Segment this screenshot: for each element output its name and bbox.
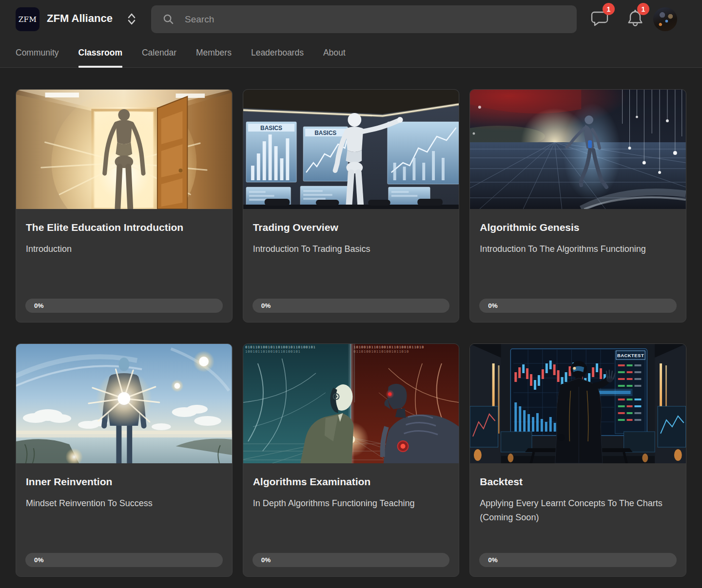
- course-progress-label: 0%: [253, 302, 271, 309]
- course-thumbnail-backtest: BACKTEST: [470, 344, 686, 463]
- svg-text:BASICS: BASICS: [314, 130, 336, 136]
- search-bar: [151, 5, 577, 33]
- svg-text:1010010110100101101001011010: 1010010110100101101001011010: [353, 345, 424, 349]
- main-nav: Community Classroom Calendar Members Lea…: [0, 38, 702, 68]
- svg-text:BACKTEST: BACKTEST: [617, 353, 644, 358]
- course-description: In Depth Algorithms Functioning Teaching: [253, 496, 449, 511]
- course-title: Algorithms Examination: [253, 476, 449, 488]
- search-input[interactable]: [185, 14, 565, 25]
- tab-community[interactable]: Community: [16, 38, 59, 68]
- course-progress-label: 0%: [25, 556, 44, 564]
- tab-about[interactable]: About: [323, 38, 346, 68]
- course-progress-label: 0%: [253, 556, 271, 564]
- course-progress-bar: 0%: [25, 553, 223, 567]
- course-description: Introduction To Trading Basics: [253, 242, 449, 256]
- notification-badge: 1: [637, 3, 649, 15]
- tab-calendar[interactable]: Calendar: [142, 38, 176, 68]
- course-card-trading-overview[interactable]: BASICS BASICS: [243, 89, 460, 322]
- course-description: Applying Every Learnt Concepts To The Ch…: [480, 496, 676, 525]
- course-title: Algorithmic Genesis: [480, 222, 676, 233]
- course-title: Trading Overview: [253, 222, 449, 233]
- classroom-page: ZFM ZFM Alliance 1: [0, 0, 702, 588]
- course-progress-label: 0%: [479, 556, 498, 564]
- svg-text:BASICS: BASICS: [260, 125, 282, 132]
- course-thumbnail-inner-reinvention: [16, 344, 232, 463]
- course-progress-bar: 0%: [25, 299, 223, 313]
- course-grid: The Elite Education Introduction Introdu…: [16, 89, 686, 577]
- course-thumbnail-algorithmic-genesis: [470, 90, 686, 209]
- course-card-inner-reinvention[interactable]: Inner Reinvention Mindset Reinvention To…: [16, 343, 233, 577]
- community-name: ZFM Alliance: [47, 12, 113, 25]
- course-progress-label: 0%: [25, 302, 44, 309]
- course-card-algorithmic-genesis[interactable]: Algorithmic Genesis Introduction To The …: [469, 89, 686, 322]
- course-title: Backtest: [480, 476, 676, 488]
- course-title: Inner Reinvention: [26, 476, 222, 488]
- tab-leaderboards[interactable]: Leaderboards: [251, 38, 304, 68]
- svg-text:0101101001011010010110100101: 0101101001011010010110100101: [245, 345, 316, 349]
- svg-text:0110100101101001011010: 0110100101101001011010: [353, 350, 409, 354]
- course-thumbnail-elite-introduction: [16, 90, 232, 209]
- search-icon: [163, 14, 174, 25]
- tab-members[interactable]: Members: [196, 38, 232, 68]
- course-description: Mindset Reinvention To Success: [26, 496, 222, 511]
- svg-text:1001011010010110100101: 1001011010010110100101: [245, 350, 301, 354]
- chevron-up-down-icon: [126, 12, 137, 26]
- community-logo-text: ZFM: [19, 15, 37, 24]
- course-card-algorithms-examination[interactable]: 0101101001011010010110100101 10010110100…: [243, 343, 460, 577]
- course-progress-bar: 0%: [479, 553, 677, 567]
- user-avatar[interactable]: [653, 7, 677, 31]
- course-description: Introduction To The Algorithms Functioni…: [480, 242, 676, 256]
- course-progress-bar: 0%: [479, 299, 677, 313]
- tab-classroom[interactable]: Classroom: [78, 38, 122, 68]
- course-thumbnail-trading-overview: BASICS BASICS: [243, 90, 459, 209]
- course-thumbnail-algorithms-examination: 0101101001011010010110100101 10010110100…: [243, 344, 459, 463]
- course-card-backtest[interactable]: BACKTEST: [469, 343, 686, 577]
- course-title: The Elite Education Introduction: [26, 222, 222, 233]
- community-switcher-button[interactable]: [125, 12, 138, 27]
- course-card-elite-introduction[interactable]: The Elite Education Introduction Introdu…: [16, 89, 233, 322]
- course-progress-label: 0%: [479, 302, 498, 309]
- community-logo[interactable]: ZFM: [16, 7, 39, 31]
- chat-badge: 1: [603, 3, 615, 15]
- course-description: Introduction: [26, 242, 222, 256]
- header: ZFM ZFM Alliance 1: [0, 0, 702, 68]
- course-progress-bar: 0%: [253, 299, 450, 313]
- course-progress-bar: 0%: [253, 553, 450, 567]
